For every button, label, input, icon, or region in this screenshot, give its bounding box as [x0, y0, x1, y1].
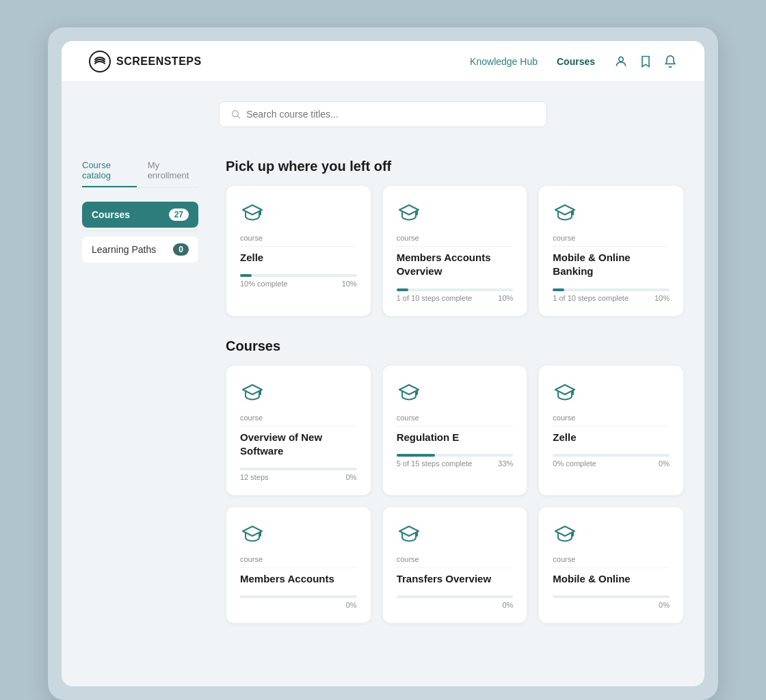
bookmark-icon[interactable] [639, 55, 652, 68]
nav-right: Knowledge Hub Courses [470, 55, 677, 68]
course-card-label-1: course [397, 414, 514, 427]
course-card-title-5: Mobile & Online [553, 572, 670, 586]
progress-row-2: 1 of 10 steps complete 10% [553, 294, 670, 302]
pickup-card-2[interactable]: course Mobile & Online Banking 1 of 10 s… [538, 185, 684, 317]
pickup-section-title: Pick up where you left off [226, 159, 684, 174]
course-progress-row-1: 5 of 15 steps complete 33% [397, 459, 514, 468]
course-card-title-4: Transfers Overview [397, 572, 514, 586]
courses-section-title: Courses [226, 338, 684, 354]
logo-light: STEPS [164, 55, 202, 67]
progress-pct-1: 10% [498, 294, 513, 302]
nav-courses[interactable]: Courses [557, 56, 595, 67]
course-card-3[interactable]: course Members Accounts 0% [226, 507, 371, 623]
course-progress-row-4: 0% [397, 601, 514, 609]
svg-point-2 [233, 111, 239, 117]
graduation-icon-c1 [397, 379, 421, 404]
course-progress-pct-5: 0% [659, 601, 670, 609]
pickup-progress-2: 1 of 10 steps complete 10% [553, 288, 670, 302]
course-card-label-2: course [553, 414, 670, 427]
course-progress-text-1: 5 of 15 steps complete [397, 459, 473, 468]
svg-point-1 [619, 57, 624, 62]
pickup-cards-grid: course Zelle 10% complete 10% [226, 185, 684, 317]
pickup-card-label-0: course [240, 234, 357, 247]
course-progress-bar-fill-1 [397, 454, 435, 457]
course-progress-bar-bg-2 [553, 454, 670, 457]
course-progress-bar-bg-0 [240, 468, 357, 470]
logo[interactable]: SCREENSTEPS [89, 51, 202, 72]
course-progress-row-0: 12 steps 0% [240, 473, 357, 481]
graduation-icon-c3 [240, 521, 265, 546]
search-input[interactable] [246, 109, 536, 120]
course-progress-5: 0% [553, 595, 670, 609]
course-card-0[interactable]: course Overview of New Software 12 steps… [226, 365, 371, 496]
course-card-label-3: course [240, 555, 357, 568]
course-card-5[interactable]: course Mobile & Online 0% [538, 507, 684, 623]
search-section [62, 82, 704, 146]
progress-bar-bg-0 [240, 274, 357, 277]
sidebar-item-courses[interactable]: Courses 27 [82, 202, 198, 228]
tab-my-enrollment[interactable]: My enrollment [148, 160, 198, 187]
bell-icon[interactable] [663, 55, 677, 68]
course-progress-pct-1: 33% [498, 459, 513, 468]
pickup-card-0[interactable]: course Zelle 10% complete 10% [226, 185, 371, 317]
header: SCREENSTEPS Knowledge Hub Courses [62, 41, 704, 82]
graduation-icon-c0 [240, 379, 265, 404]
course-card-title-3: Members Accounts [240, 572, 357, 586]
course-card-label-4: course [397, 555, 514, 568]
sidebar-tabs: Course catalog My enrollment [82, 160, 198, 188]
course-card-label-0: course [240, 414, 357, 427]
outer-frame: SCREENSTEPS Knowledge Hub Courses [48, 27, 718, 700]
course-progress-0: 12 steps 0% [240, 468, 357, 481]
tab-course-catalog[interactable]: Course catalog [82, 160, 137, 187]
progress-pct-2: 10% [655, 294, 670, 302]
progress-row-1: 1 of 10 steps complete 10% [397, 294, 514, 302]
course-progress-4: 0% [397, 595, 514, 609]
progress-bar-fill-1 [397, 288, 408, 291]
graduation-icon-c4 [397, 521, 421, 546]
course-progress-bar-bg-5 [553, 595, 670, 598]
pickup-card-title-2: Mobile & Online Banking [553, 251, 670, 279]
course-card-1[interactable]: course Regulation E 5 of 15 steps comple… [382, 365, 528, 496]
logo-icon [89, 51, 111, 72]
sidebar-courses-label: Courses [92, 209, 130, 220]
course-card-title-0: Overview of New Software [240, 431, 357, 459]
learning-paths-badge: 0 [173, 243, 189, 256]
course-progress-row-3: 0% [240, 601, 357, 609]
course-card-4[interactable]: course Transfers Overview 0% [382, 507, 528, 623]
pickup-progress-1: 1 of 10 steps complete 10% [397, 288, 514, 302]
course-card-title-1: Regulation E [397, 431, 514, 444]
progress-pct-0: 10% [342, 280, 357, 288]
course-card-label-5: course [553, 555, 670, 568]
progress-row-0: 10% complete 10% [240, 280, 357, 288]
courses-badge: 27 [169, 208, 189, 221]
search-bar [219, 101, 547, 127]
graduation-icon-0 [240, 200, 265, 224]
graduation-icon-2 [553, 200, 577, 224]
logo-text: SCREENSTEPS [116, 55, 202, 68]
course-card-title-2: Zelle [553, 431, 670, 444]
progress-text-1: 1 of 10 steps complete [397, 294, 473, 302]
logo-bold: SCREEN [116, 55, 164, 67]
course-progress-pct-2: 0% [659, 459, 670, 468]
graduation-icon-c5 [553, 521, 577, 546]
search-icon [230, 109, 241, 120]
progress-bar-bg-1 [397, 288, 514, 291]
sidebar: Course catalog My enrollment Courses 27 … [62, 146, 212, 659]
course-progress-1: 5 of 15 steps complete 33% [397, 454, 514, 468]
progress-bar-bg-2 [553, 288, 670, 291]
course-progress-bar-bg-1 [397, 454, 514, 457]
nav-knowledge-hub[interactable]: Knowledge Hub [470, 56, 538, 67]
course-progress-bar-bg-4 [397, 595, 514, 598]
pickup-card-1[interactable]: course Members Accounts Overview 1 of 10… [382, 185, 528, 317]
nav-icons [614, 55, 677, 68]
progress-text-2: 1 of 10 steps complete [553, 294, 629, 302]
sidebar-item-learning-paths[interactable]: Learning Paths 0 [82, 237, 198, 262]
course-progress-3: 0% [240, 595, 357, 609]
user-icon[interactable] [614, 55, 628, 68]
course-card-2[interactable]: course Zelle 0% complete 0% [538, 365, 684, 496]
course-progress-text-0: 12 steps [240, 473, 269, 481]
pickup-card-title-0: Zelle [240, 251, 357, 265]
course-progress-row-2: 0% complete 0% [553, 459, 670, 468]
course-progress-row-5: 0% [553, 601, 670, 609]
progress-bar-fill-0 [240, 274, 252, 277]
